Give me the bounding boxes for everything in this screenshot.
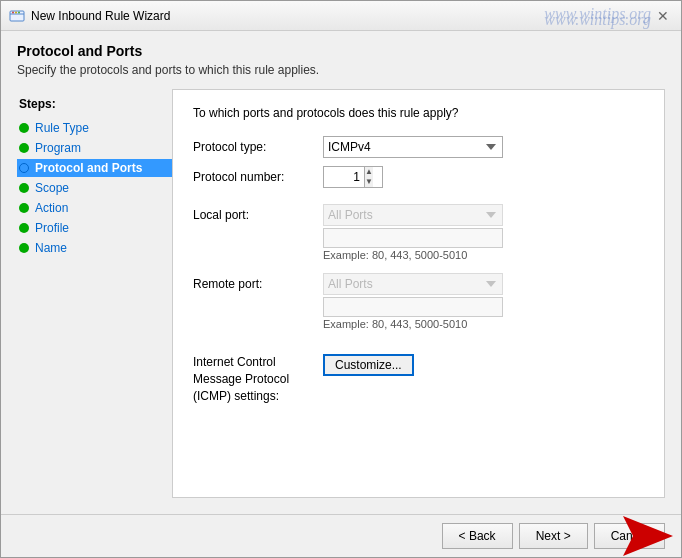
protocol-type-row: Protocol type: ICMPv4 ICMPv6 TCP UDP Any [193,136,644,158]
window-icon [9,8,25,24]
footer: < Back Next > Cancel [1,514,681,557]
watermark: www.wintips.org [544,5,651,23]
local-port-row: Local port: All Ports [193,204,644,226]
spinner-down-arrow[interactable]: ▼ [365,177,373,187]
main-layout: Steps: Rule Type Program Protocol and Po… [17,89,665,498]
local-port-example: Example: 80, 443, 5000-5010 [323,249,467,261]
local-port-input [323,228,503,248]
sidebar-item-name[interactable]: Name [17,239,172,257]
step-dot-protocol-ports [19,163,29,173]
protocol-type-label: Protocol type: [193,140,323,154]
step-label-action: Action [35,201,68,215]
spinner-arrows: ▲ ▼ [364,167,373,187]
protocol-type-select[interactable]: ICMPv4 ICMPv6 TCP UDP Any [323,136,503,158]
svg-point-3 [18,11,20,13]
protocol-number-label: Protocol number: [193,170,323,184]
content-area: Protocol and Ports Specify the protocols… [1,31,681,506]
step-dot-action [19,203,29,213]
protocol-number-control: ▲ ▼ [323,166,644,188]
step-dot-program [19,143,29,153]
step-dot-scope [19,183,29,193]
step-label-protocol-ports: Protocol and Ports [35,161,142,175]
protocol-number-input[interactable] [324,169,364,185]
sidebar-item-protocol-ports[interactable]: Protocol and Ports [17,159,172,177]
customize-button[interactable]: Customize... [323,354,414,376]
sidebar-item-rule-type[interactable]: Rule Type [17,119,172,137]
remote-port-control: All Ports [323,273,644,295]
step-label-profile: Profile [35,221,69,235]
page-subtitle: Specify the protocols and ports to which… [17,63,665,77]
sidebar-item-scope[interactable]: Scope [17,179,172,197]
spinner-up-arrow[interactable]: ▲ [365,167,373,177]
sidebar-item-profile[interactable]: Profile [17,219,172,237]
step-label-name: Name [35,241,67,255]
svg-marker-4 [623,516,673,556]
main-window: New Inbound Rule Wizard www.wintips.org … [0,0,682,558]
remote-port-select: All Ports [323,273,503,295]
local-port-select: All Ports [323,204,503,226]
local-port-label: Local port: [193,208,323,222]
protocol-number-spinner[interactable]: ▲ ▼ [323,166,383,188]
step-label-rule-type: Rule Type [35,121,89,135]
local-port-control: All Ports [323,204,644,226]
step-dot-name [19,243,29,253]
next-button[interactable]: Next > [519,523,588,549]
steps-heading: Steps: [17,97,172,111]
back-button[interactable]: < Back [442,523,513,549]
step-dot-profile [19,223,29,233]
sidebar-item-program[interactable]: Program [17,139,172,157]
remote-port-group: Remote port: All Ports Example: 8 [193,273,644,334]
svg-point-2 [15,11,17,13]
remote-port-row: Remote port: All Ports [193,273,644,295]
local-port-group: Local port: All Ports Example: 80 [193,204,644,265]
step-label-program: Program [35,141,81,155]
step-dot-rule-type [19,123,29,133]
red-arrow-indicator [613,516,673,558]
remote-port-example: Example: 80, 443, 5000-5010 [323,318,467,330]
close-button[interactable]: ✕ [653,8,673,24]
svg-point-1 [12,11,14,13]
icmp-row: Internet Control Message Protocol (ICMP)… [193,354,644,404]
title-bar: New Inbound Rule Wizard www.wintips.org … [1,1,681,31]
step-label-scope: Scope [35,181,69,195]
sidebar-item-action[interactable]: Action [17,199,172,217]
steps-panel: Steps: Rule Type Program Protocol and Po… [17,89,172,498]
protocol-number-row: Protocol number: ▲ ▼ [193,166,644,188]
form-question: To which ports and protocols does this r… [193,106,644,120]
protocol-type-control: ICMPv4 ICMPv6 TCP UDP Any [323,136,644,158]
remote-port-input [323,297,503,317]
icmp-label: Internet Control Message Protocol (ICMP)… [193,354,323,404]
page-title: Protocol and Ports [17,43,665,59]
form-panel: To which ports and protocols does this r… [172,89,665,498]
remote-port-label: Remote port: [193,277,323,291]
